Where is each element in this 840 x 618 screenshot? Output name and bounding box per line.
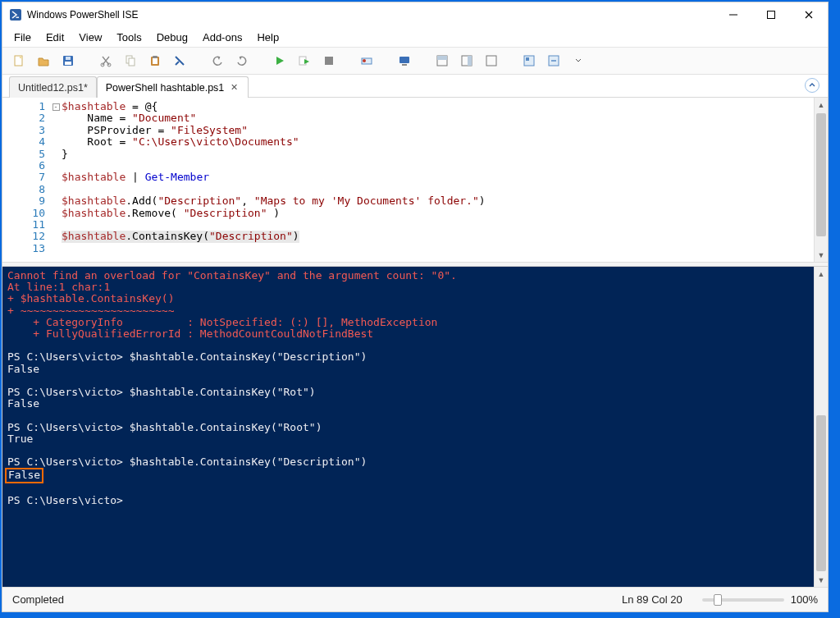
tab-label: Untitled12.ps1* [18,82,88,94]
menu-help[interactable]: Help [250,30,285,45]
layout-script-top-icon[interactable] [432,51,452,71]
svg-rect-24 [468,56,472,66]
run-icon[interactable] [270,51,290,71]
menu-file[interactable]: File [7,30,38,45]
close-button[interactable] [790,2,828,27]
statusbar: Completed Ln 89 Col 20 100% [2,587,828,611]
titlebar: Windows PowerShell ISE [2,2,828,27]
show-command-icon[interactable] [544,51,564,71]
highlighted-result: False [5,468,43,483]
stop-icon[interactable] [319,51,339,71]
maximize-button[interactable] [752,2,790,27]
svg-rect-13 [153,58,158,64]
collapse-script-pane-icon[interactable] [805,78,819,93]
svg-rect-1 [16,17,20,18]
svg-rect-16 [325,57,333,65]
script-editor[interactable]: 1 2 3 4 5 6 7 8 9 10 11 12 13 - $hashtab… [2,98,828,262]
cut-icon[interactable] [96,51,116,71]
svg-rect-3 [768,11,775,19]
svg-rect-7 [66,57,71,60]
menubar: File Edit View Tools Debug Add-ons Help [2,27,828,47]
layout-script-max-icon[interactable] [482,51,501,71]
line-number-gutter: 1 2 3 4 5 6 7 8 9 10 11 12 13 [2,98,50,262]
fold-toggle-icon[interactable]: - [52,103,60,111]
menu-debug[interactable]: Debug [150,30,194,45]
run-selection-icon[interactable] [294,51,314,71]
paste-icon[interactable] [145,51,165,71]
tab-strip: Untitled12.ps1* PowerShell hashtable.ps1… [2,75,828,98]
open-icon[interactable] [34,51,53,71]
svg-rect-22 [437,56,447,60]
status-text: Completed [12,593,64,606]
zoom-slider[interactable] [702,598,784,602]
window-title: Windows PowerShell ISE [27,9,138,21]
menu-addons[interactable]: Add-ons [196,30,249,45]
code-area[interactable]: $hashtable = @{ Name = "Document" PSProv… [62,98,814,262]
menu-edit[interactable]: Edit [39,30,71,45]
tab-hashtable[interactable]: PowerShell hashtable.ps1 ✕ [97,76,249,98]
menu-tools[interactable]: Tools [110,30,148,45]
svg-point-18 [363,59,366,62]
command-addon-icon[interactable] [519,51,539,71]
tab-label: PowerShell hashtable.ps1 [106,82,225,94]
svg-rect-6 [65,62,71,65]
svg-rect-20 [402,64,407,66]
breakpoint-icon[interactable] [357,51,377,71]
svg-rect-11 [129,58,135,66]
copy-icon[interactable] [121,51,140,71]
tab-close-icon[interactable]: ✕ [229,82,240,93]
toolbar [2,47,828,75]
remote-icon[interactable] [395,51,414,71]
fold-gutter: - [50,98,62,262]
svg-rect-27 [526,57,529,61]
cursor-position: Ln 89 Col 20 [622,593,682,606]
toolbar-overflow-icon[interactable] [568,51,588,71]
layout-script-right-icon[interactable] [457,51,477,71]
console-pane: Cannot find an overload for "ContainsKey… [2,267,828,587]
ise-window: Windows PowerShell ISE File Edit View To… [2,2,829,612]
redo-icon[interactable] [232,51,252,71]
save-icon[interactable] [58,51,78,71]
console-scrollbar[interactable]: ▲ ▼ [814,267,828,587]
svg-rect-19 [399,57,409,63]
undo-icon[interactable] [208,51,227,71]
app-icon [9,8,22,21]
new-icon[interactable] [9,51,29,71]
svg-rect-2 [729,15,737,16]
console-output[interactable]: Cannot find an overload for "ContainsKey… [2,267,814,587]
clear-icon[interactable] [170,51,189,71]
editor-scrollbar[interactable]: ▲ ▼ [814,98,828,262]
tab-untitled[interactable]: Untitled12.ps1* [9,76,97,98]
zoom-level: 100% [791,593,818,606]
menu-view[interactable]: View [72,30,108,45]
svg-rect-25 [486,56,496,66]
minimize-button[interactable] [714,2,752,27]
svg-rect-14 [153,56,158,58]
